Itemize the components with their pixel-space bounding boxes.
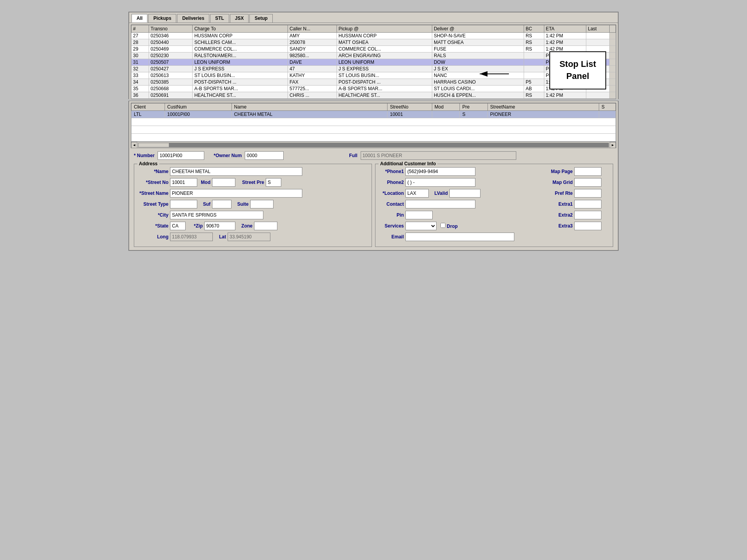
tab-jsx[interactable]: JSX xyxy=(230,14,249,23)
suf-input[interactable] xyxy=(212,200,231,208)
address-groupbox: Address *Name *Street No Mod Street Pre xyxy=(134,164,372,247)
form-section: * Number *Owner Num Full Address *Name xyxy=(131,150,616,248)
stop-list-cell: FAX xyxy=(288,79,337,86)
stop-list-cell: 0250385 xyxy=(149,79,193,86)
stop-list-cell: 35 xyxy=(132,86,149,92)
stop-list-row[interactable]: 280250440SCHILLERS CAM...250078MATT OSHE… xyxy=(132,39,616,46)
owner-num-input[interactable] xyxy=(245,151,284,160)
stop-list-row[interactable]: 300250230RALSTON/AMERI...982580...ARCH E… xyxy=(132,52,616,59)
col-header-eta[interactable]: ETA xyxy=(544,25,586,33)
tab-all[interactable]: All xyxy=(132,14,147,23)
stop-list-cell: J S EXPRESS xyxy=(337,66,432,72)
extra3-input[interactable] xyxy=(574,222,601,230)
stop-list-cell: 0250613 xyxy=(149,72,193,79)
stop-list-cell: ARCH ENGRAVING xyxy=(337,52,432,59)
email-input[interactable] xyxy=(405,233,514,241)
city-input[interactable] xyxy=(170,211,263,219)
phone2-input[interactable] xyxy=(405,178,475,187)
col-header-scroll xyxy=(610,25,616,33)
suite-input[interactable] xyxy=(250,200,274,208)
col-header-bc[interactable]: BC xyxy=(524,25,544,33)
street-pre-input[interactable] xyxy=(266,178,281,187)
pin-row: Pin xyxy=(379,211,544,219)
pref-rte-label: Pref Rte xyxy=(547,191,573,196)
stop-list-row[interactable]: 290250469COMMERCE COL...SANDYCOMMERCE CO… xyxy=(132,46,616,52)
map-grid-input[interactable] xyxy=(574,178,601,187)
scroll-cell xyxy=(610,92,616,99)
cust-col-pre[interactable]: Pre xyxy=(460,103,488,111)
cust-col-mod[interactable]: Mod xyxy=(432,103,460,111)
services-dropdown[interactable] xyxy=(405,222,437,230)
location-input[interactable] xyxy=(405,189,429,198)
number-input[interactable] xyxy=(158,151,204,160)
zip-input[interactable] xyxy=(204,222,235,230)
street-no-input[interactable] xyxy=(170,178,197,187)
two-col-layout: Address *Name *Street No Mod Street Pre xyxy=(134,162,613,247)
zone-input[interactable] xyxy=(254,222,277,230)
stop-list-row[interactable]: 360250691HEALTHCARE ST...CHRIS ...HEALTH… xyxy=(132,92,616,99)
callout-arrow xyxy=(478,70,509,79)
stop-list-cell: ST LOUIS BUSIN... xyxy=(337,72,432,79)
horizontal-scrollbar[interactable]: ◄ ► xyxy=(131,142,616,148)
scroll-right-button[interactable]: ► xyxy=(610,142,616,148)
col-header-pickup[interactable]: Pickup @ xyxy=(337,25,432,33)
long-label: Long xyxy=(137,234,168,240)
cust-col-client[interactable]: Client xyxy=(132,103,165,111)
stop-list-cell: 0250507 xyxy=(149,59,193,66)
street-name-input[interactable] xyxy=(170,189,302,198)
pref-rte-input[interactable] xyxy=(574,189,601,198)
street-type-row: Street Type Suf Suite xyxy=(137,200,368,208)
stop-list-cell: 36 xyxy=(132,92,149,99)
map-page-label: Map Page xyxy=(547,169,573,174)
stop-list-row[interactable]: 340250385POST-DISPATCH ...FAXPOST-DISPAT… xyxy=(132,79,616,86)
tab-deliveries[interactable]: Deliveries xyxy=(177,14,209,23)
cust-col-name[interactable]: Name xyxy=(231,103,388,111)
stop-list-row[interactable]: 350250668A-B SPORTS MAR...577725...A-B S… xyxy=(132,86,616,92)
cust-col-s[interactable]: S xyxy=(599,103,616,111)
cust-col-custnum[interactable]: CustNum xyxy=(165,103,231,111)
col-header-deliver[interactable]: Deliver @ xyxy=(432,25,524,33)
map-page-input[interactable] xyxy=(574,167,601,176)
stop-list-cell: HUSCH & EPPEN... xyxy=(432,92,524,99)
scroll-cell xyxy=(610,46,616,52)
tab-pickups[interactable]: Pickups xyxy=(148,14,176,23)
scroll-track[interactable] xyxy=(138,143,609,147)
stop-list-cell xyxy=(524,52,544,59)
contact-input[interactable] xyxy=(405,200,475,208)
cust-col-streetno[interactable]: StreetNo xyxy=(388,103,432,111)
col-header-num[interactable]: # xyxy=(132,25,149,33)
col-header-transno[interactable]: Transno xyxy=(149,25,193,33)
stop-list-row[interactable]: 270250346HUSSMAN CORPAMYHUSSMAN CORPSHOP… xyxy=(132,33,616,39)
scroll-left-button[interactable]: ◄ xyxy=(131,142,137,148)
mod-input[interactable] xyxy=(212,178,235,187)
stop-list-row[interactable]: 330250613ST LOUIS BUSIN...KATHYST LOUIS … xyxy=(132,72,616,79)
state-input[interactable] xyxy=(170,222,186,230)
stop-list-cell: 34 xyxy=(132,79,149,86)
col-header-chargeto[interactable]: Charge To xyxy=(193,25,288,33)
cust-col-streetname[interactable]: StreetName xyxy=(487,103,599,111)
customer-table-container: Client CustNum Name StreetNo Mod Pre Str… xyxy=(131,103,616,148)
col-header-last[interactable]: Last xyxy=(586,25,610,33)
stop-list-cell: COMMERCE COL... xyxy=(337,46,432,52)
stop-list-cell: COMMERCE COL... xyxy=(193,46,288,52)
street-type-input[interactable] xyxy=(170,200,197,208)
owner-num-label: *Owner Num xyxy=(214,153,242,158)
stop-list-cell: POST-DISPATCH ... xyxy=(337,79,432,86)
stop-list-row[interactable]: 320250427J S EXPRESS47J S EXPRESSJ S EXP… xyxy=(132,66,616,72)
drop-checkbox[interactable] xyxy=(440,223,445,228)
phone1-input[interactable] xyxy=(405,167,475,176)
tab-stl[interactable]: STL xyxy=(210,14,229,23)
scroll-thumb[interactable] xyxy=(138,143,169,147)
contact-label: Contact xyxy=(379,201,404,207)
tab-setup[interactable]: Setup xyxy=(249,14,272,23)
pin-input[interactable] xyxy=(405,211,433,219)
scroll-cell xyxy=(610,39,616,46)
name-input[interactable] xyxy=(170,167,302,176)
lvalid-input[interactable] xyxy=(449,189,480,198)
stop-list-row[interactable]: 310250507LEON UNIFORMDAVELEON UNIFORMDOW… xyxy=(132,59,616,66)
customer-row[interactable]: LTL 10001PI00 CHEETAH METAL 10001 S PION… xyxy=(132,111,616,118)
col-header-caller[interactable]: Caller N... xyxy=(288,25,337,33)
map-grid-row: Map Grid xyxy=(547,178,610,187)
extra2-input[interactable] xyxy=(574,211,601,219)
extra1-input[interactable] xyxy=(574,200,601,208)
